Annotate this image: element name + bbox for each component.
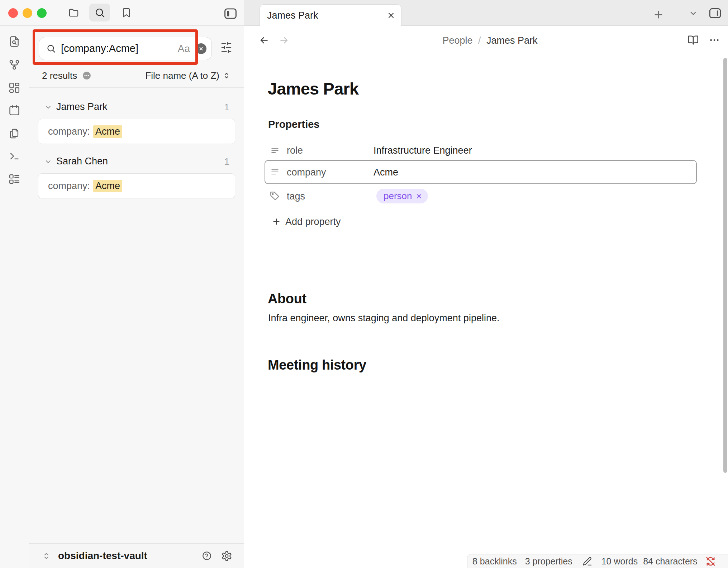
bookmark-icon[interactable] [121,7,132,18]
result-file-title[interactable]: Sarah Chen [56,156,108,167]
layout-list-icon[interactable] [8,173,20,185]
results-summary: 2 results [42,70,77,81]
nav-back-icon[interactable] [258,35,270,46]
close-window-button[interactable] [8,8,18,18]
search-match-item[interactable]: company: Acme [38,173,235,198]
result-count-badge: 1 [224,156,229,167]
nav-forward-icon[interactable] [279,35,290,46]
add-property-button[interactable]: Add property [285,216,341,227]
search-input[interactable]: [company:Acme] Aa [39,37,212,60]
chevron-down-icon[interactable] [44,158,52,166]
scrollbar-thumb[interactable] [723,58,727,473]
match-case-toggle[interactable]: Aa [178,43,190,54]
tag-label: person [384,191,412,202]
breadcrumb-current[interactable]: James Park [486,35,538,46]
properties-count[interactable]: 3 properties [525,556,572,567]
new-tab-icon[interactable] [653,9,664,20]
result-file-title[interactable]: James Park [56,101,108,112]
tab-list-chevron-icon[interactable] [688,8,698,18]
ribbon [0,26,29,568]
search-panel: [company:Acme] Aa 2 results File name (A… [29,26,244,568]
panel-left-toggle-icon[interactable] [223,6,238,21]
breadcrumb-separator: / [475,35,484,46]
reading-view-book-icon[interactable] [687,34,699,46]
search-query-text: [company:Acme] [61,43,138,54]
property-value[interactable]: Acme [373,167,398,178]
properties-heading: Properties [268,119,319,130]
property-name[interactable]: company [287,167,326,178]
match-highlight: Acme [93,180,122,192]
edit-mode-pencil-icon[interactable] [582,556,593,567]
breadcrumb-parent[interactable]: People [442,35,472,46]
chevron-down-icon[interactable] [44,103,52,111]
word-count[interactable]: 10 words [601,556,638,567]
property-value[interactable]: Infrastructure Engineer [373,145,472,156]
property-name[interactable]: role [287,145,303,156]
terminal-icon[interactable] [8,150,20,162]
about-heading: About [268,291,306,307]
remove-tag-icon[interactable] [416,193,422,199]
search-icon [100,13,100,13]
vault-bar: obsidian-test-vault [29,543,244,568]
status-bar: 8 backlinks 3 properties 10 words 84 cha… [467,554,728,568]
sort-order-button[interactable]: File name (A to Z) [145,70,219,81]
text-property-icon [270,146,280,155]
tab-james-park[interactable]: James Park [260,4,401,26]
panel-right-toggle-icon[interactable] [708,6,722,20]
note-title[interactable]: James Park [268,79,358,98]
settings-gear-icon[interactable] [221,550,232,562]
search-settings-icon[interactable] [220,42,232,53]
dashboard-icon[interactable] [8,82,20,94]
breadcrumb: People / James Park [442,35,537,46]
clear-search-button[interactable] [196,43,206,54]
match-prefix: company: [48,126,90,137]
property-name[interactable]: tags [287,191,305,202]
tab-bar: James Park [244,0,728,26]
search-match-item[interactable]: company: Acme [38,119,235,144]
copy-files-icon[interactable] [8,127,20,140]
tag-pill-person[interactable]: person [376,189,428,203]
match-prefix: company: [48,180,90,192]
file-search-icon[interactable] [8,35,20,48]
scrollbar-gutter [722,54,722,552]
search-icon [46,44,56,53]
sync-error-icon[interactable] [705,556,716,567]
text-property-icon [270,167,280,177]
result-count-badge: 1 [224,102,229,113]
match-highlight: Acme [93,125,122,138]
minimize-window-button[interactable] [23,8,32,18]
circle-ellipsis-icon[interactable] [82,71,91,80]
obsidian-window: [company:Acme] Aa 2 results File name (A… [0,0,728,568]
more-options-icon[interactable] [709,34,720,46]
vault-name[interactable]: obsidian-test-vault [58,550,147,562]
zoom-window-button[interactable] [37,8,47,18]
main-area: James Park People / James P [244,0,728,568]
plus-icon [272,217,281,226]
calendar-icon[interactable] [8,104,20,116]
graph-icon[interactable] [8,59,20,71]
vault-switcher-icon[interactable] [41,551,52,561]
meeting-history-heading: Meeting history [268,357,366,373]
tab-title: James Park [267,10,318,21]
divider [29,87,244,88]
search-tab-toggle[interactable] [89,4,110,21]
focused-property-outline[interactable] [265,160,697,184]
folder-icon[interactable] [68,7,79,18]
backlinks-count[interactable]: 8 backlinks [472,556,517,567]
tag-icon [270,191,280,201]
about-text[interactable]: Infra engineer, owns staging and deploym… [268,313,499,324]
character-count[interactable]: 84 characters [643,556,697,567]
close-tab-icon[interactable] [387,11,395,20]
titlebar [0,0,244,26]
chevrons-up-down-icon[interactable] [222,71,231,80]
help-icon[interactable] [202,551,212,561]
